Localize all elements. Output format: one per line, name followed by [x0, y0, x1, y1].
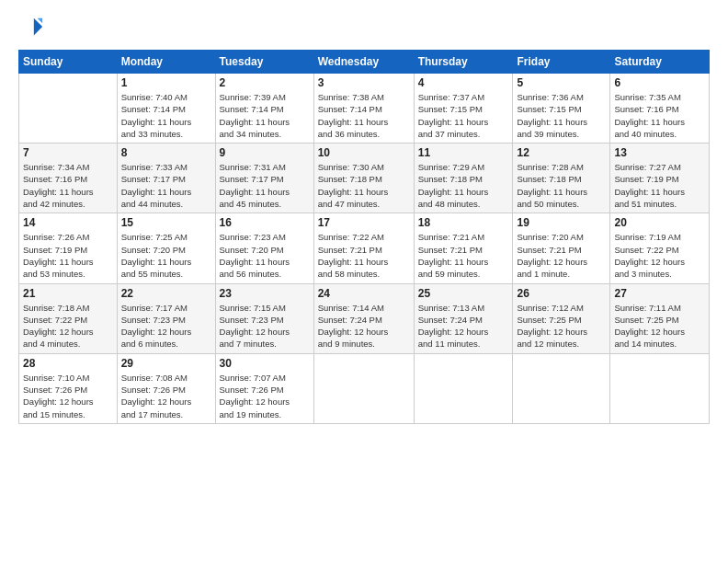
weekday-header-thursday: Thursday: [414, 51, 513, 74]
day-info: Sunrise: 7:19 AM Sunset: 7:22 PM Dayligh…: [614, 231, 705, 280]
weekday-header-monday: Monday: [117, 51, 215, 74]
day-info: Sunrise: 7:11 AM Sunset: 7:25 PM Dayligh…: [614, 302, 705, 350]
day-info: Sunrise: 7:20 AM Sunset: 7:21 PM Dayligh…: [517, 231, 606, 280]
weekday-header-tuesday: Tuesday: [215, 51, 313, 74]
day-number: 5: [517, 76, 606, 89]
calendar-cell: 29Sunrise: 7:08 AM Sunset: 7:26 PM Dayli…: [117, 353, 215, 423]
day-number: 18: [418, 216, 509, 229]
logo-icon: [18, 15, 44, 40]
day-number: 7: [23, 146, 113, 159]
day-info: Sunrise: 7:31 AM Sunset: 7:17 PM Dayligh…: [220, 161, 310, 210]
calendar-cell: 30Sunrise: 7:07 AM Sunset: 7:26 PM Dayli…: [215, 353, 313, 423]
day-info: Sunrise: 7:13 AM Sunset: 7:24 PM Dayligh…: [418, 302, 509, 350]
day-info: Sunrise: 7:39 AM Sunset: 7:14 PM Dayligh…: [220, 91, 310, 140]
calendar-cell: 18Sunrise: 7:21 AM Sunset: 7:21 PM Dayli…: [414, 213, 513, 283]
calendar-cell: 13Sunrise: 7:27 AM Sunset: 7:19 PM Dayli…: [610, 144, 710, 213]
day-info: Sunrise: 7:26 AM Sunset: 7:19 PM Dayligh…: [23, 231, 113, 280]
day-info: Sunrise: 7:40 AM Sunset: 7:14 PM Dayligh…: [121, 91, 211, 140]
day-info: Sunrise: 7:14 AM Sunset: 7:24 PM Dayligh…: [318, 302, 410, 350]
day-number: 24: [318, 287, 410, 300]
day-number: 27: [614, 287, 705, 300]
calendar-cell: 19Sunrise: 7:20 AM Sunset: 7:21 PM Dayli…: [513, 213, 610, 283]
weekday-header-saturday: Saturday: [610, 51, 710, 74]
day-info: Sunrise: 7:15 AM Sunset: 7:23 PM Dayligh…: [220, 302, 310, 350]
day-number: 16: [220, 216, 310, 229]
weekday-header-friday: Friday: [513, 51, 610, 74]
day-number: 22: [121, 287, 211, 300]
calendar-cell: 28Sunrise: 7:10 AM Sunset: 7:26 PM Dayli…: [19, 353, 118, 423]
calendar-cell: 21Sunrise: 7:18 AM Sunset: 7:22 PM Dayli…: [19, 283, 118, 353]
day-info: Sunrise: 7:12 AM Sunset: 7:25 PM Dayligh…: [517, 302, 606, 350]
day-info: Sunrise: 7:07 AM Sunset: 7:26 PM Dayligh…: [220, 372, 310, 420]
day-info: Sunrise: 7:23 AM Sunset: 7:20 PM Dayligh…: [220, 231, 310, 280]
day-number: 4: [418, 76, 509, 89]
day-info: Sunrise: 7:30 AM Sunset: 7:18 PM Dayligh…: [318, 161, 410, 210]
day-number: 21: [23, 287, 113, 300]
day-number: 13: [614, 146, 705, 159]
day-info: Sunrise: 7:35 AM Sunset: 7:16 PM Dayligh…: [614, 91, 705, 140]
day-number: 25: [418, 287, 509, 300]
day-number: 6: [614, 76, 705, 89]
calendar-cell: 15Sunrise: 7:25 AM Sunset: 7:20 PM Dayli…: [117, 213, 215, 283]
calendar-cell: 9Sunrise: 7:31 AM Sunset: 7:17 PM Daylig…: [215, 144, 313, 213]
calendar-cell: [313, 353, 414, 423]
day-number: 1: [121, 76, 211, 89]
day-info: Sunrise: 7:37 AM Sunset: 7:15 PM Dayligh…: [418, 91, 509, 140]
day-number: 14: [23, 216, 113, 229]
calendar-cell: 17Sunrise: 7:22 AM Sunset: 7:21 PM Dayli…: [313, 213, 414, 283]
calendar-week-row: 7Sunrise: 7:34 AM Sunset: 7:16 PM Daylig…: [19, 144, 710, 213]
day-info: Sunrise: 7:17 AM Sunset: 7:23 PM Dayligh…: [121, 302, 211, 350]
day-number: 17: [318, 216, 410, 229]
calendar-cell: 22Sunrise: 7:17 AM Sunset: 7:23 PM Dayli…: [117, 283, 215, 353]
day-number: 3: [318, 76, 410, 89]
calendar-cell: 10Sunrise: 7:30 AM Sunset: 7:18 PM Dayli…: [313, 144, 414, 213]
day-info: Sunrise: 7:29 AM Sunset: 7:18 PM Dayligh…: [418, 161, 509, 210]
page: SundayMondayTuesdayWednesdayThursdayFrid…: [0, 0, 728, 563]
calendar-cell: 5Sunrise: 7:36 AM Sunset: 7:15 PM Daylig…: [513, 74, 610, 144]
day-info: Sunrise: 7:38 AM Sunset: 7:14 PM Dayligh…: [318, 91, 410, 140]
calendar-cell: 23Sunrise: 7:15 AM Sunset: 7:23 PM Dayli…: [215, 283, 313, 353]
day-number: 9: [220, 146, 310, 159]
calendar-cell: 7Sunrise: 7:34 AM Sunset: 7:16 PM Daylig…: [19, 144, 118, 213]
day-number: 19: [517, 216, 606, 229]
calendar-cell: 27Sunrise: 7:11 AM Sunset: 7:25 PM Dayli…: [610, 283, 710, 353]
calendar-cell: 26Sunrise: 7:12 AM Sunset: 7:25 PM Dayli…: [513, 283, 610, 353]
day-number: 20: [614, 216, 705, 229]
calendar-cell: 20Sunrise: 7:19 AM Sunset: 7:22 PM Dayli…: [610, 213, 710, 283]
day-info: Sunrise: 7:18 AM Sunset: 7:22 PM Dayligh…: [23, 302, 113, 350]
calendar-cell: 8Sunrise: 7:33 AM Sunset: 7:17 PM Daylig…: [117, 144, 215, 213]
day-number: 10: [318, 146, 410, 159]
calendar-cell: 24Sunrise: 7:14 AM Sunset: 7:24 PM Dayli…: [313, 283, 414, 353]
header: [18, 15, 710, 40]
logo: [18, 15, 48, 40]
day-info: Sunrise: 7:27 AM Sunset: 7:19 PM Dayligh…: [614, 161, 705, 210]
day-info: Sunrise: 7:22 AM Sunset: 7:21 PM Dayligh…: [318, 231, 410, 280]
day-number: 2: [220, 76, 310, 89]
calendar-cell: 11Sunrise: 7:29 AM Sunset: 7:18 PM Dayli…: [414, 144, 513, 213]
day-number: 8: [121, 146, 211, 159]
weekday-header-wednesday: Wednesday: [313, 51, 414, 74]
day-info: Sunrise: 7:36 AM Sunset: 7:15 PM Dayligh…: [517, 91, 606, 140]
weekday-header-sunday: Sunday: [19, 51, 118, 74]
calendar-table: SundayMondayTuesdayWednesdayThursdayFrid…: [18, 50, 710, 424]
calendar-cell: 12Sunrise: 7:28 AM Sunset: 7:18 PM Dayli…: [513, 144, 610, 213]
day-number: 28: [23, 357, 113, 370]
calendar-cell: 4Sunrise: 7:37 AM Sunset: 7:15 PM Daylig…: [414, 74, 513, 144]
calendar-cell: 14Sunrise: 7:26 AM Sunset: 7:19 PM Dayli…: [19, 213, 118, 283]
day-number: 26: [517, 287, 606, 300]
calendar-cell: 25Sunrise: 7:13 AM Sunset: 7:24 PM Dayli…: [414, 283, 513, 353]
calendar-cell: [414, 353, 513, 423]
calendar-week-row: 21Sunrise: 7:18 AM Sunset: 7:22 PM Dayli…: [19, 283, 710, 353]
calendar-cell: [19, 74, 118, 144]
day-number: 30: [220, 357, 310, 370]
day-number: 29: [121, 357, 211, 370]
calendar-week-row: 28Sunrise: 7:10 AM Sunset: 7:26 PM Dayli…: [19, 353, 710, 423]
day-number: 12: [517, 146, 606, 159]
weekday-header-row: SundayMondayTuesdayWednesdayThursdayFrid…: [19, 51, 710, 74]
calendar-cell: 1Sunrise: 7:40 AM Sunset: 7:14 PM Daylig…: [117, 74, 215, 144]
day-info: Sunrise: 7:33 AM Sunset: 7:17 PM Dayligh…: [121, 161, 211, 210]
day-info: Sunrise: 7:25 AM Sunset: 7:20 PM Dayligh…: [121, 231, 211, 280]
calendar-cell: 2Sunrise: 7:39 AM Sunset: 7:14 PM Daylig…: [215, 74, 313, 144]
calendar-cell: 3Sunrise: 7:38 AM Sunset: 7:14 PM Daylig…: [313, 74, 414, 144]
day-number: 15: [121, 216, 211, 229]
